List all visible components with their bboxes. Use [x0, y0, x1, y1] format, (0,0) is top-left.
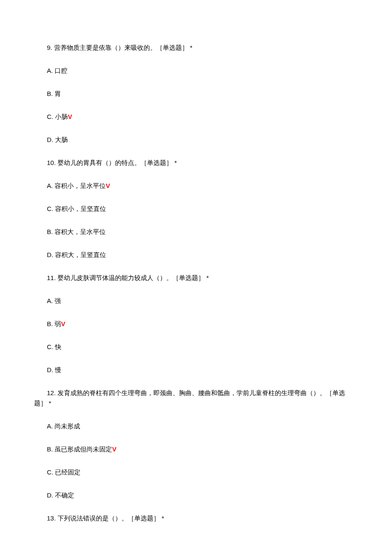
option-text: 大肠	[55, 136, 68, 143]
option-label: D.	[47, 251, 53, 258]
option-label: C.	[47, 468, 53, 476]
option-label: B.	[47, 445, 53, 453]
option-text: 已经固定	[55, 468, 81, 476]
option-text: 快	[55, 343, 61, 350]
option: D. 慢	[34, 365, 358, 375]
option: B. 虽已形成但尚未固定V	[34, 444, 358, 454]
option: B. 胃	[34, 89, 358, 99]
option: C. 容积小，呈坚直位	[34, 204, 358, 214]
option-label: A.	[47, 182, 53, 189]
question-number: 9.	[47, 44, 52, 51]
document-page: 9. 营养物质主要是依靠（）来吸收的。［单选题］ * A. 口腔 B. 胃 C.…	[0, 0, 392, 555]
question-number: 12.	[47, 389, 56, 396]
option: C. 快	[34, 342, 358, 352]
option: A. 强	[34, 296, 358, 306]
checkmark-icon: V	[112, 445, 116, 453]
option-text: 容积大，呈竖直位	[55, 251, 106, 258]
option-text: 口腔	[55, 67, 67, 74]
option: A. 容积小，呈水平位V	[34, 181, 358, 191]
checkmark-icon: V	[106, 182, 110, 189]
option-label: B.	[47, 320, 53, 327]
question-stem: 11. 婴幼儿皮肤调节体温的能力较成人（）。［单选题］ *	[34, 273, 358, 283]
question-text: 婴幼儿皮肤调节体温的能力较成人（）。［单选题］ *	[58, 274, 209, 281]
option-text: 容积小，呈坚直位	[55, 205, 106, 212]
question-number: 13.	[47, 515, 56, 522]
question-stem: 13. 下列说法错误的是（）。［单选题］ *	[34, 513, 358, 523]
option-label: A.	[47, 297, 53, 304]
question-stem: 12. 发育成熟的脊柱有四个生理弯曲，即颈曲、胸曲、腰曲和骶曲，学前儿童脊柱的生…	[34, 388, 358, 408]
option: A. 尚未形成	[34, 421, 358, 431]
checkmark-icon: V	[61, 320, 65, 327]
question-number: 11.	[47, 274, 56, 281]
option-text: 虽已形成但尚未固定	[55, 445, 112, 453]
option-label: A.	[47, 422, 53, 430]
option-label: B.	[47, 228, 53, 235]
question-text: 营养物质主要是依靠（）来吸收的。［单选题］ *	[54, 44, 193, 51]
option-text: 弱	[55, 320, 61, 327]
question-stem: 10. 婴幼儿的胃具有（）的特点。［单选题］ *	[34, 158, 358, 168]
option: D. 容积大，呈竖直位	[34, 250, 358, 260]
option: B. 弱V	[34, 319, 358, 329]
option-text: 强	[55, 297, 61, 304]
option-label: A.	[47, 67, 53, 74]
option-label: D.	[47, 491, 53, 499]
option-label: C.	[47, 343, 53, 350]
option: D. 大肠	[34, 135, 358, 145]
option-text: 胃	[55, 90, 61, 97]
option-text: 尚未形成	[55, 422, 80, 430]
option: A. 口腔	[34, 66, 358, 76]
question-text: 发育成熟的脊柱有四个生理弯曲，即颈曲、胸曲、腰曲和骶曲，学前儿童脊柱的生理弯曲（…	[34, 389, 345, 407]
option-label: D.	[47, 366, 53, 373]
option: B. 容积大，呈水平位	[34, 227, 358, 237]
question-text: 婴幼儿的胃具有（）的特点。［单选题］ *	[58, 159, 177, 166]
option-text: 小肠	[55, 113, 68, 120]
option: C. 已经固定	[34, 467, 358, 477]
option: C. 小肠V	[34, 112, 358, 122]
question-number: 10.	[47, 159, 56, 166]
option-text: 慢	[55, 366, 61, 373]
option-label: C.	[47, 205, 53, 212]
option-text: 容积大，呈水平位	[55, 228, 106, 235]
question-stem: 9. 营养物质主要是依靠（）来吸收的。［单选题］ *	[34, 43, 358, 53]
option-text: 容积小，呈水平位	[55, 182, 106, 189]
option-label: C.	[47, 113, 53, 120]
checkmark-icon: V	[68, 113, 72, 120]
option-label: D.	[47, 136, 53, 143]
option-text: 不确定	[55, 491, 74, 499]
option-label: B.	[47, 90, 53, 97]
question-text: 下列说法错误的是（）。［单选题］ *	[58, 515, 164, 522]
option: D. 不确定	[34, 490, 358, 500]
